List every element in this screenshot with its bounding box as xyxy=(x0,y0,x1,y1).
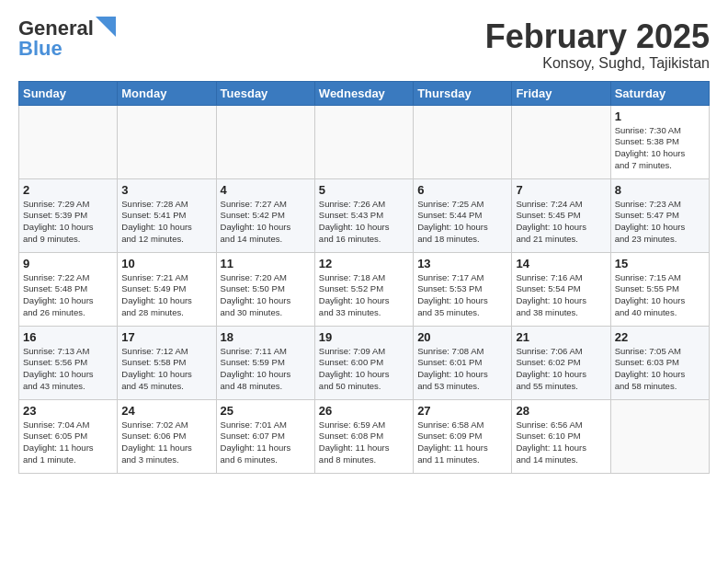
calendar-cell xyxy=(414,105,512,178)
day-number: 5 xyxy=(319,183,409,197)
day-info: Sunrise: 7:18 AM Sunset: 5:52 PM Dayligh… xyxy=(319,272,409,319)
day-number: 6 xyxy=(417,183,507,197)
calendar-cell: 28Sunrise: 6:56 AM Sunset: 6:10 PM Dayli… xyxy=(512,399,610,473)
day-number: 1 xyxy=(615,109,705,123)
logo-blue-text: Blue xyxy=(18,39,63,59)
calendar-cell: 8Sunrise: 7:23 AM Sunset: 5:47 PM Daylig… xyxy=(610,178,709,252)
day-number: 23 xyxy=(23,404,113,418)
day-info: Sunrise: 7:20 AM Sunset: 5:50 PM Dayligh… xyxy=(221,272,311,319)
day-info: Sunrise: 7:27 AM Sunset: 5:42 PM Dayligh… xyxy=(221,199,311,246)
calendar-cell: 23Sunrise: 7:04 AM Sunset: 6:05 PM Dayli… xyxy=(19,399,118,473)
weekday-header-tuesday: Tuesday xyxy=(216,81,314,105)
day-info: Sunrise: 7:24 AM Sunset: 5:45 PM Dayligh… xyxy=(516,199,606,246)
day-number: 4 xyxy=(221,183,311,197)
weekday-header-row: SundayMondayTuesdayWednesdayThursdayFrid… xyxy=(19,81,710,105)
weekday-header-thursday: Thursday xyxy=(414,81,512,105)
calendar-cell: 20Sunrise: 7:08 AM Sunset: 6:01 PM Dayli… xyxy=(414,326,512,399)
calendar-cell xyxy=(512,105,610,178)
day-info: Sunrise: 7:02 AM Sunset: 6:06 PM Dayligh… xyxy=(121,419,211,466)
day-number: 3 xyxy=(121,183,211,197)
day-info: Sunrise: 7:13 AM Sunset: 5:56 PM Dayligh… xyxy=(23,346,113,393)
day-info: Sunrise: 7:23 AM Sunset: 5:47 PM Dayligh… xyxy=(615,199,705,246)
day-number: 26 xyxy=(319,404,409,418)
day-number: 18 xyxy=(221,330,311,344)
day-number: 13 xyxy=(417,257,507,270)
day-info: Sunrise: 7:26 AM Sunset: 5:43 PM Dayligh… xyxy=(319,199,409,246)
day-info: Sunrise: 7:12 AM Sunset: 5:58 PM Dayligh… xyxy=(121,346,211,393)
calendar-cell: 18Sunrise: 7:11 AM Sunset: 5:59 PM Dayli… xyxy=(216,326,314,399)
calendar-table: SundayMondayTuesdayWednesdayThursdayFrid… xyxy=(18,81,710,474)
calendar-cell: 10Sunrise: 7:21 AM Sunset: 5:49 PM Dayli… xyxy=(118,252,216,326)
weekday-header-friday: Friday xyxy=(512,81,610,105)
day-info: Sunrise: 7:21 AM Sunset: 5:49 PM Dayligh… xyxy=(121,272,211,319)
day-info: Sunrise: 7:06 AM Sunset: 6:02 PM Dayligh… xyxy=(516,346,606,393)
day-number: 15 xyxy=(615,257,705,270)
day-number: 22 xyxy=(615,330,705,344)
calendar-cell: 14Sunrise: 7:16 AM Sunset: 5:54 PM Dayli… xyxy=(512,252,610,326)
calendar-cell: 3Sunrise: 7:28 AM Sunset: 5:41 PM Daylig… xyxy=(118,178,216,252)
calendar-cell: 5Sunrise: 7:26 AM Sunset: 5:43 PM Daylig… xyxy=(314,178,413,252)
calendar-cell: 19Sunrise: 7:09 AM Sunset: 6:00 PM Dayli… xyxy=(314,326,413,399)
weekday-header-monday: Monday xyxy=(118,81,216,105)
calendar-cell: 13Sunrise: 7:17 AM Sunset: 5:53 PM Dayli… xyxy=(414,252,512,326)
calendar-cell: 12Sunrise: 7:18 AM Sunset: 5:52 PM Dayli… xyxy=(314,252,413,326)
calendar-cell xyxy=(610,399,709,473)
weekday-header-sunday: Sunday xyxy=(19,81,118,105)
calendar-cell xyxy=(118,105,216,178)
day-number: 7 xyxy=(516,183,606,197)
day-number: 10 xyxy=(121,257,211,270)
calendar-cell: 9Sunrise: 7:22 AM Sunset: 5:48 PM Daylig… xyxy=(19,252,118,326)
day-info: Sunrise: 7:15 AM Sunset: 5:55 PM Dayligh… xyxy=(615,272,705,319)
calendar-cell: 24Sunrise: 7:02 AM Sunset: 6:06 PM Dayli… xyxy=(118,399,216,473)
calendar-week-row: 1Sunrise: 7:30 AM Sunset: 5:38 PM Daylig… xyxy=(19,105,710,178)
logo-general-text: General xyxy=(18,18,94,39)
svg-marker-0 xyxy=(96,17,116,37)
calendar-cell: 27Sunrise: 6:58 AM Sunset: 6:09 PM Dayli… xyxy=(414,399,512,473)
calendar-cell: 17Sunrise: 7:12 AM Sunset: 5:58 PM Dayli… xyxy=(118,326,216,399)
calendar-week-row: 9Sunrise: 7:22 AM Sunset: 5:48 PM Daylig… xyxy=(19,252,710,326)
calendar-cell: 7Sunrise: 7:24 AM Sunset: 5:45 PM Daylig… xyxy=(512,178,610,252)
day-number: 11 xyxy=(221,257,311,270)
day-number: 25 xyxy=(221,404,311,418)
day-number: 19 xyxy=(319,330,409,344)
day-number: 2 xyxy=(23,183,113,197)
day-number: 16 xyxy=(23,330,113,344)
day-info: Sunrise: 6:56 AM Sunset: 6:10 PM Dayligh… xyxy=(516,419,606,466)
day-info: Sunrise: 7:22 AM Sunset: 5:48 PM Dayligh… xyxy=(23,272,113,319)
calendar-week-row: 2Sunrise: 7:29 AM Sunset: 5:39 PM Daylig… xyxy=(19,178,710,252)
calendar-cell: 26Sunrise: 6:59 AM Sunset: 6:08 PM Dayli… xyxy=(314,399,413,473)
calendar-cell: 16Sunrise: 7:13 AM Sunset: 5:56 PM Dayli… xyxy=(19,326,118,399)
calendar-week-row: 16Sunrise: 7:13 AM Sunset: 5:56 PM Dayli… xyxy=(19,326,710,399)
calendar-cell: 15Sunrise: 7:15 AM Sunset: 5:55 PM Dayli… xyxy=(610,252,709,326)
calendar-cell xyxy=(314,105,413,178)
calendar-cell xyxy=(216,105,314,178)
day-number: 12 xyxy=(319,257,409,270)
calendar-week-row: 23Sunrise: 7:04 AM Sunset: 6:05 PM Dayli… xyxy=(19,399,710,473)
calendar-cell: 11Sunrise: 7:20 AM Sunset: 5:50 PM Dayli… xyxy=(216,252,314,326)
day-number: 14 xyxy=(516,257,606,270)
day-info: Sunrise: 7:29 AM Sunset: 5:39 PM Dayligh… xyxy=(23,199,113,246)
day-number: 8 xyxy=(615,183,705,197)
month-title: February 2025 xyxy=(485,18,710,55)
calendar-cell: 6Sunrise: 7:25 AM Sunset: 5:44 PM Daylig… xyxy=(414,178,512,252)
day-info: Sunrise: 7:11 AM Sunset: 5:59 PM Dayligh… xyxy=(221,346,311,393)
day-info: Sunrise: 7:04 AM Sunset: 6:05 PM Dayligh… xyxy=(23,419,113,466)
day-info: Sunrise: 6:58 AM Sunset: 6:09 PM Dayligh… xyxy=(417,419,507,466)
day-number: 17 xyxy=(121,330,211,344)
day-number: 24 xyxy=(121,404,211,418)
day-number: 28 xyxy=(516,404,606,418)
day-number: 20 xyxy=(417,330,507,344)
calendar-cell: 4Sunrise: 7:27 AM Sunset: 5:42 PM Daylig… xyxy=(216,178,314,252)
page-header: General Blue February 2025 Konsoy, Sughd… xyxy=(18,18,710,72)
calendar-cell xyxy=(19,105,118,178)
logo: General Blue xyxy=(18,18,116,59)
day-info: Sunrise: 7:16 AM Sunset: 5:54 PM Dayligh… xyxy=(516,272,606,319)
day-info: Sunrise: 7:09 AM Sunset: 6:00 PM Dayligh… xyxy=(319,346,409,393)
weekday-header-saturday: Saturday xyxy=(610,81,709,105)
title-block: February 2025 Konsoy, Sughd, Tajikistan xyxy=(485,18,710,72)
day-info: Sunrise: 7:30 AM Sunset: 5:38 PM Dayligh… xyxy=(615,125,705,172)
day-info: Sunrise: 7:28 AM Sunset: 5:41 PM Dayligh… xyxy=(121,199,211,246)
day-info: Sunrise: 7:01 AM Sunset: 6:07 PM Dayligh… xyxy=(221,419,311,466)
location-text: Konsoy, Sughd, Tajikistan xyxy=(485,55,710,72)
calendar-cell: 21Sunrise: 7:06 AM Sunset: 6:02 PM Dayli… xyxy=(512,326,610,399)
